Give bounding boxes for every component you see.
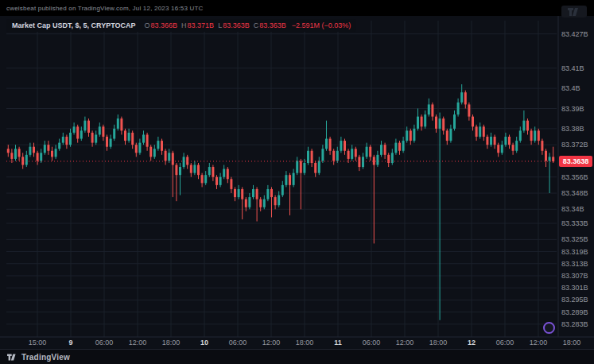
svg-text:18:00: 18:00 — [429, 339, 448, 347]
svg-text:83.34B: 83.34B — [561, 205, 584, 213]
symbol-title[interactable]: Market Cap USDT, $, 5, CRYPTOCAP — [12, 21, 136, 29]
svg-text:12:00: 12:00 — [129, 339, 147, 347]
svg-text:83.38B: 83.38B — [561, 125, 584, 133]
svg-text:06:00: 06:00 — [95, 339, 114, 347]
svg-text:18:00: 18:00 — [563, 339, 581, 347]
time-axis[interactable]: 15:00906:0012:0018:001006:0012:0018:0011… — [29, 339, 581, 347]
close-value: 83.363B — [259, 21, 286, 29]
svg-text:83.319B: 83.319B — [561, 248, 588, 256]
symbol-legend[interactable]: Market Cap USDT, $, 5, CRYPTOCAP O83.366… — [6, 19, 356, 32]
high-label: H — [181, 21, 187, 29]
svg-text:12:00: 12:00 — [396, 339, 414, 347]
svg-text:18:00: 18:00 — [296, 339, 314, 347]
svg-text:9: 9 — [68, 339, 72, 347]
tradingview-badge[interactable] — [561, 6, 587, 17]
svg-text:83.427B: 83.427B — [561, 30, 588, 38]
svg-text:83.39B: 83.39B — [561, 105, 584, 113]
low-label: L — [218, 21, 222, 29]
svg-text:83.313B: 83.313B — [561, 260, 588, 268]
tradingview-logo[interactable]: TradingView — [7, 353, 70, 362]
tradingview-wordmark: TradingView — [21, 353, 70, 362]
svg-text:83.372B: 83.372B — [561, 141, 588, 149]
change-value: −2.591M (−0.03%) — [292, 21, 351, 29]
open-label: O — [145, 21, 150, 29]
svg-text:06:00: 06:00 — [363, 339, 381, 347]
svg-text:83.4B: 83.4B — [561, 84, 580, 92]
attribution-text: cweisbeat published on TradingView.com, … — [6, 5, 204, 12]
low-value: 83.363B — [223, 21, 250, 29]
high-value: 83.371B — [188, 21, 215, 29]
svg-text:83.356B: 83.356B — [561, 173, 588, 181]
svg-text:15:00: 15:00 — [29, 339, 47, 347]
publish-avatar[interactable] — [543, 322, 555, 334]
svg-text:83.283B: 83.283B — [561, 320, 588, 328]
svg-text:83.348B: 83.348B — [561, 189, 588, 197]
svg-text:83.307B: 83.307B — [561, 272, 588, 280]
svg-text:06:00: 06:00 — [496, 339, 514, 347]
svg-text:83.333B: 83.333B — [561, 219, 588, 227]
tradingview-mark-icon — [568, 8, 580, 16]
svg-text:18:00: 18:00 — [162, 339, 181, 347]
open-value: 83.366B — [151, 21, 178, 29]
svg-text:83.289B: 83.289B — [561, 308, 588, 316]
svg-text:10: 10 — [200, 339, 208, 347]
svg-text:83.295B: 83.295B — [561, 296, 588, 304]
svg-text:12:00: 12:00 — [530, 339, 548, 347]
candlestick-chart[interactable]: 83.427B83.41B83.4B83.39B83.38B83.372B83.… — [0, 0, 594, 350]
svg-text:11: 11 — [334, 339, 342, 347]
tradingview-snapshot: cweisbeat published on TradingView.com, … — [0, 0, 594, 364]
svg-text:83.41B: 83.41B — [561, 64, 584, 72]
last-price-badge: 83.3638 — [559, 156, 592, 167]
last-price-text: 83.3638 — [563, 157, 589, 165]
svg-text:83.325B: 83.325B — [561, 235, 588, 243]
svg-text:06:00: 06:00 — [229, 339, 247, 347]
svg-text:12:00: 12:00 — [262, 339, 281, 347]
svg-text:12: 12 — [468, 339, 476, 347]
close-label: C — [254, 21, 259, 29]
footer-bar: TradingView — [0, 349, 594, 364]
svg-text:83.301B: 83.301B — [561, 284, 588, 292]
tradingview-logo-icon — [7, 354, 17, 361]
